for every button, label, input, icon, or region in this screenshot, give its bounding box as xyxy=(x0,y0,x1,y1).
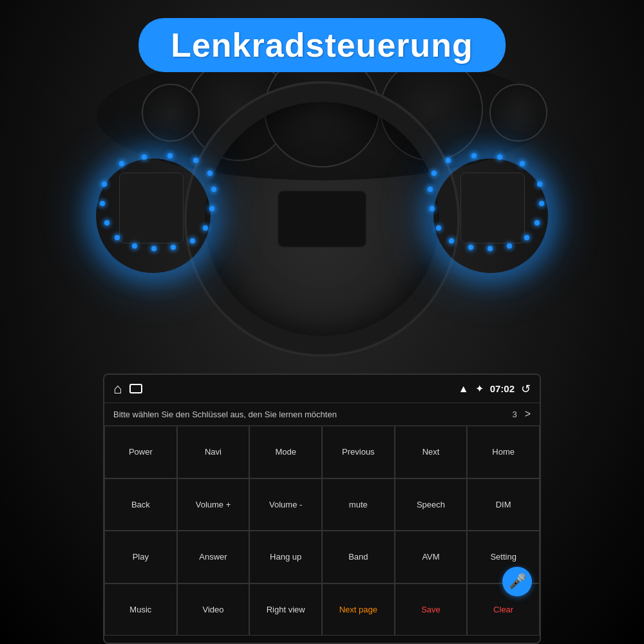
dot xyxy=(471,153,477,158)
dot xyxy=(211,187,216,192)
grid-button[interactable]: Volume + xyxy=(177,478,250,531)
ctrl-panel-right xyxy=(460,173,525,243)
instruction-text: Bitte wählen Sie den Schlüssel aus, den … xyxy=(113,410,507,419)
grid-button[interactable]: Power xyxy=(104,426,177,478)
instruction-arrow[interactable]: > xyxy=(525,408,531,420)
gauge-small-left xyxy=(142,84,200,142)
grid-button[interactable]: DIM xyxy=(467,478,540,531)
dot xyxy=(468,245,473,250)
grid-button[interactable]: Home xyxy=(467,426,540,478)
dot xyxy=(151,246,156,251)
grid-button[interactable]: Music xyxy=(104,583,177,636)
dot xyxy=(430,206,435,211)
dot xyxy=(193,158,198,163)
button-grid: PowerNaviModePreviousNextHomeBackVolume … xyxy=(104,426,540,636)
status-left: ⌂ xyxy=(113,381,142,397)
dot xyxy=(115,235,120,240)
grid-button[interactable]: Clear xyxy=(467,583,540,636)
dot xyxy=(190,238,195,243)
time-display: 07:02 xyxy=(490,383,515,394)
main-container: Lenkradsteuerung ⌂ ▲ ✦ 07:02 ↺ Bitte wäh… xyxy=(0,0,644,644)
dot xyxy=(488,246,493,251)
dot xyxy=(171,245,176,250)
grid-button[interactable]: Save xyxy=(395,583,468,636)
dot xyxy=(537,182,542,187)
dot xyxy=(119,161,124,166)
dot xyxy=(104,220,109,225)
grid-button[interactable]: Volume - xyxy=(249,478,322,531)
grid-button[interactable]: Band xyxy=(322,531,395,583)
steering-wheel xyxy=(187,84,457,354)
grid-button[interactable]: Video xyxy=(177,583,250,636)
grid-button[interactable]: Next xyxy=(395,426,468,478)
dot xyxy=(209,206,214,211)
dot xyxy=(428,187,433,192)
dot xyxy=(520,161,525,166)
gauge-small-right xyxy=(489,84,547,142)
bluetooth-icon: ✦ xyxy=(475,383,484,395)
dot xyxy=(132,243,137,249)
refresh-icon[interactable]: ↺ xyxy=(521,382,531,396)
dot xyxy=(539,201,544,206)
ctrl-panel-left xyxy=(119,173,184,243)
grid-button[interactable]: Right view xyxy=(249,583,322,636)
grid-button[interactable]: AVM xyxy=(395,531,468,583)
grid-button[interactable]: Navi xyxy=(177,426,250,478)
dot xyxy=(535,220,540,225)
grid-button[interactable]: Play xyxy=(104,531,177,583)
mic-icon: 🎤 xyxy=(509,573,526,590)
status-bar: ⌂ ▲ ✦ 07:02 ↺ xyxy=(104,375,540,403)
dot xyxy=(497,155,502,160)
dot xyxy=(524,235,529,240)
dot xyxy=(102,182,107,187)
grid-button[interactable]: Speech xyxy=(395,478,468,531)
window-icon[interactable] xyxy=(129,384,142,393)
screen-panel: ⌂ ▲ ✦ 07:02 ↺ Bitte wählen Sie den Schlü… xyxy=(103,374,541,644)
dot xyxy=(203,225,208,231)
dot xyxy=(207,171,213,176)
home-icon[interactable]: ⌂ xyxy=(113,381,122,397)
dot xyxy=(167,153,173,158)
grid-button[interactable]: Back xyxy=(104,478,177,531)
instruction-row: Bitte wählen Sie den Schlüssel aus, den … xyxy=(104,403,540,426)
grid-button[interactable]: mute xyxy=(322,478,395,531)
dot xyxy=(446,158,451,163)
dot xyxy=(507,243,512,249)
status-right: ▲ ✦ 07:02 ↺ xyxy=(459,382,531,396)
dot xyxy=(449,238,454,243)
grid-button[interactable]: Answer xyxy=(177,531,250,583)
grid-button[interactable]: Mode xyxy=(249,426,322,478)
steering-wheel-center xyxy=(277,190,367,248)
dot xyxy=(100,201,105,206)
dot xyxy=(431,171,437,176)
wifi-icon: ▲ xyxy=(459,383,469,395)
grid-button[interactable]: Next page xyxy=(322,583,395,636)
dot xyxy=(436,225,441,231)
title-badge: Lenkradsteuerung xyxy=(138,18,506,72)
title-text: Lenkradsteuerung xyxy=(171,26,473,64)
grid-button[interactable]: Previous xyxy=(322,426,395,478)
grid-button[interactable]: Hang up xyxy=(249,531,322,583)
dot xyxy=(142,155,147,160)
instruction-count: 3 xyxy=(512,410,516,419)
mic-button[interactable]: 🎤 xyxy=(502,567,532,596)
